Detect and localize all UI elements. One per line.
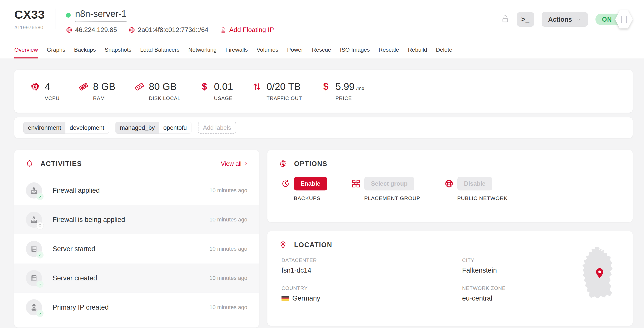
server-type-block: CX33 #119976580 [14,8,45,30]
ipv6-item: 2a01:4f8:c012:773d::/64 [129,26,208,34]
server-overview-page: CX33 #119976580 n8n-server-1 46.224.129.… [0,0,644,328]
activity-time: 10 minutes ago [210,275,247,281]
activity-title: Firewall applied [53,187,100,194]
location-card: LOCATION DATACENTER fsn1-dc14 CITY Falke… [267,231,633,326]
view-all-link[interactable]: View all [221,160,248,167]
option-label: BACKUPS [294,195,320,201]
server-icon [26,270,42,286]
chevron-down-icon [576,17,581,22]
bell-icon [25,160,33,168]
label-value: development [65,122,108,134]
globe-icon [129,27,135,33]
success-badge [36,310,44,317]
firewall-icon [26,212,42,228]
option-label: PLACEMENT GROUP [364,195,420,201]
server-stats-card: 4 VCPU 8 GB RAM 80 GB [14,70,633,113]
content-area: 4 VCPU 8 GB RAM 80 GB [0,58,644,328]
server-type: CX33 [14,8,45,21]
stat-value: 80 GB [149,81,177,92]
tab-iso-images[interactable]: ISO Images [340,47,370,58]
options-card: OPTIONS Enable BACKUPS [267,150,633,222]
stat-ram: 8 GB RAM [78,81,115,101]
stat-label: DISK LOCAL [149,95,181,101]
activity-row: Server created 10 minutes ago [14,264,259,293]
enable-backups-button[interactable]: Enable [294,177,327,190]
stat-price: $ 5.99 /mo PRICE [320,81,364,101]
germany-map [574,243,622,309]
activity-row: Server started 10 minutes ago [14,234,259,264]
activity-time: 10 minutes ago [210,246,247,252]
label-tag: managed_by opentofu [115,122,191,134]
activity-title: Server started [53,245,95,253]
stat-label: USAGE [214,95,233,101]
placement-group-icon [351,177,360,201]
activities-title: ACTIVITIES [41,160,82,168]
activity-time: 10 minutes ago [210,216,247,223]
price-suffix: /mo [356,86,364,91]
ipv4-address: 46.224.129.85 [75,26,117,34]
labels-bar: environment development managed_by opent… [14,117,633,138]
stat-disk: 80 GB DISK LOCAL [134,81,181,101]
actions-button[interactable]: Actions [542,12,588,27]
stat-label: VCPU [45,95,60,101]
server-name-block: n8n-server-1 46.224.129.85 2a01:4f8:c012… [66,8,274,34]
unlocked-icon [501,14,509,25]
tab-delete[interactable]: Delete [436,47,452,58]
map-pin-icon [279,241,287,249]
success-badge [36,251,44,258]
option-public-network: Disable PUBLIC NETWORK [445,177,508,201]
globe-icon [445,177,454,201]
tab-snapshots[interactable]: Snapshots [105,47,131,58]
server-status-dot [66,13,71,18]
header-divider [56,9,56,29]
stat-value: 0.01 [214,81,233,92]
tab-overview[interactable]: Overview [14,47,38,58]
stat-label: RAM [93,95,115,101]
stat-value: 0/20 TB [266,81,301,92]
backup-history-icon [281,177,290,201]
gear-icon [279,160,287,168]
spinner-badge [36,222,44,229]
cpu-icon [30,82,41,92]
toggle-handle[interactable] [615,10,633,28]
activity-row: Firewall applied 10 minutes ago [14,176,259,205]
label-key: environment [24,122,65,134]
stat-vcpu: 4 VCPU [30,81,60,101]
tab-firewalls[interactable]: Firewalls [225,47,248,58]
tab-power[interactable]: Power [287,47,303,58]
select-group-button[interactable]: Select group [364,177,414,190]
add-labels-button[interactable]: Add labels [198,122,236,134]
console-button[interactable]: >_ [517,12,534,27]
option-backups: Enable BACKUPS [281,177,327,201]
globe-icon [66,27,72,33]
server-name[interactable]: n8n-server-1 [75,9,127,22]
traffic-arrows-icon [252,82,262,92]
option-label: PUBLIC NETWORK [457,195,508,201]
stat-value: 4 [45,81,50,92]
activities-card: ACTIVITIES View all Firewall applied 10 … [14,150,259,327]
label-key: managed_by [116,122,159,134]
primary-ip-icon [26,299,42,315]
activity-title: Primary IP created [53,304,109,311]
activity-title: Firewall is being applied [53,216,125,224]
tab-rebuild[interactable]: Rebuild [408,47,427,58]
activity-time: 10 minutes ago [210,304,247,311]
server-id: #119976580 [14,24,45,30]
ipv4-item: 46.224.129.85 [66,26,117,34]
power-toggle[interactable]: ON [595,14,629,25]
server-nav-tabs: Overview Graphs Backups Snapshots Load B… [14,47,452,58]
tab-rescue[interactable]: Rescue [312,47,331,58]
tab-networking[interactable]: Networking [188,47,217,58]
tab-volumes[interactable]: Volumes [257,47,278,58]
tab-rescale[interactable]: Rescale [379,47,399,58]
disk-icon [134,82,145,92]
option-placement-group: Select group PLACEMENT GROUP [351,177,420,201]
activity-title: Server created [53,274,97,282]
tab-graphs[interactable]: Graphs [47,47,65,58]
tab-load-balancers[interactable]: Load Balancers [140,47,179,58]
tab-backups[interactable]: Backups [74,47,96,58]
disable-public-network-button[interactable]: Disable [457,177,492,190]
firewall-icon [26,182,42,199]
add-floating-ip-link[interactable]: Add Floating IP [220,26,274,34]
germany-flag-icon [281,296,289,301]
